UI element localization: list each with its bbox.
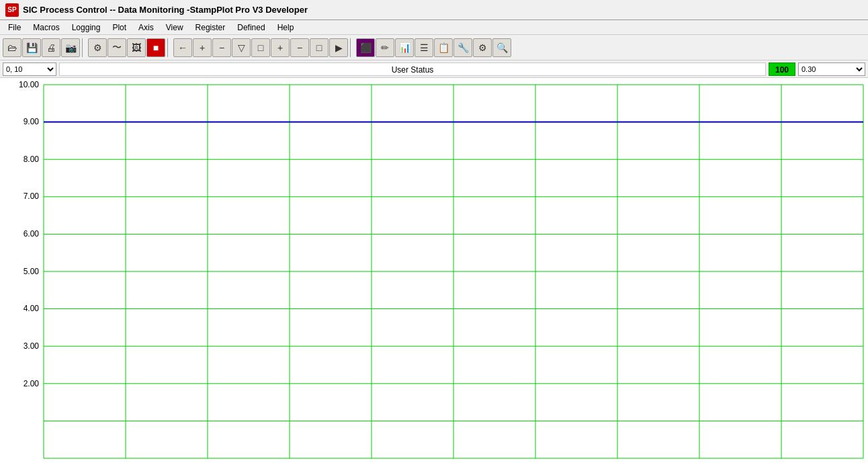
svg-text:8.00: 8.00 <box>24 155 40 164</box>
status-bar: 0, 10 User Status 100 0.30 <box>0 60 868 78</box>
menu-item-file[interactable]: File <box>3 22 26 34</box>
svg-text:10.00: 10.00 <box>19 80 39 89</box>
chart-svg: 10.00 9.00 8.00 7.00 6.00 5.00 4.00 3.00… <box>0 78 868 465</box>
save-btn[interactable]: 💾 <box>22 38 41 57</box>
range-select[interactable]: 0, 10 <box>3 62 56 76</box>
svg-text:4.00: 4.00 <box>24 304 40 313</box>
square-btn[interactable]: □ <box>251 38 270 57</box>
time-select[interactable]: 0.30 <box>798 62 865 76</box>
zoom-btn[interactable]: 🔍 <box>492 38 511 57</box>
menu-item-register[interactable]: Register <box>190 22 231 34</box>
toolbar-separator <box>350 38 354 57</box>
wrench-btn[interactable]: 🔧 <box>453 38 472 57</box>
image-btn[interactable]: 🖼 <box>127 38 146 57</box>
app-icon: SP <box>5 3 19 17</box>
chart-container: 10.00 9.00 8.00 7.00 6.00 5.00 4.00 3.00… <box>0 78 868 465</box>
svg-text:2.00: 2.00 <box>24 379 40 388</box>
toolbar-separator <box>167 38 171 57</box>
toolbar: 🗁💾🖨📷⚙〜🖼■←+−▽□+−□▶⬛✏📊☰📋🔧⚙🔍 <box>0 35 868 60</box>
gear-btn[interactable]: ⚙ <box>473 38 492 57</box>
tri-down-btn[interactable]: ▽ <box>232 38 251 57</box>
window-title: SIC Process Control -- Data Monitoring -… <box>23 5 308 15</box>
camera-btn[interactable]: 📷 <box>61 38 80 57</box>
toolbar-separator <box>82 38 86 57</box>
menu-bar: FileMacrosLoggingPlotAxisViewRegisterDef… <box>0 20 868 35</box>
svg-text:7.00: 7.00 <box>24 192 40 201</box>
menu-item-view[interactable]: View <box>161 22 189 34</box>
count-badge: 100 <box>769 62 795 76</box>
pen-btn[interactable]: ✏ <box>376 38 394 57</box>
back-btn[interactable]: ← <box>173 38 192 57</box>
zoom-out-btn[interactable]: − <box>212 38 231 57</box>
menu-item-defined[interactable]: Defined <box>232 22 270 34</box>
svg-text:6.00: 6.00 <box>24 229 40 239</box>
play-btn[interactable]: ▶ <box>329 38 348 57</box>
clipboard-btn[interactable]: 📋 <box>434 38 453 57</box>
square2-btn[interactable]: □ <box>310 38 329 57</box>
menu-item-axis[interactable]: Axis <box>133 22 159 34</box>
open-btn[interactable]: 🗁 <box>3 38 21 57</box>
plus2-btn[interactable]: + <box>271 38 290 57</box>
record-btn[interactable]: ⬛ <box>356 38 375 57</box>
zoom-in-btn[interactable]: + <box>193 38 212 57</box>
minus2-btn[interactable]: − <box>290 38 309 57</box>
chart-btn[interactable]: 📊 <box>395 38 414 57</box>
menu-item-plot[interactable]: Plot <box>107 22 132 34</box>
wave-btn[interactable]: 〜 <box>107 38 126 57</box>
user-status-label: User Status <box>59 62 766 76</box>
stop-btn[interactable]: ■ <box>146 38 165 57</box>
menu-item-help[interactable]: Help <box>272 22 300 34</box>
svg-text:9.00: 9.00 <box>24 117 40 126</box>
menu-item-macros[interactable]: Macros <box>28 22 64 34</box>
svg-text:5.00: 5.00 <box>24 267 40 276</box>
svg-text:3.00: 3.00 <box>24 341 40 351</box>
tool-btn[interactable]: ⚙ <box>88 38 107 57</box>
title-bar: SP SIC Process Control -- Data Monitorin… <box>0 0 868 20</box>
list-btn[interactable]: ☰ <box>415 38 433 57</box>
menu-item-logging[interactable]: Logging <box>67 22 106 34</box>
print-btn[interactable]: 🖨 <box>42 38 60 57</box>
